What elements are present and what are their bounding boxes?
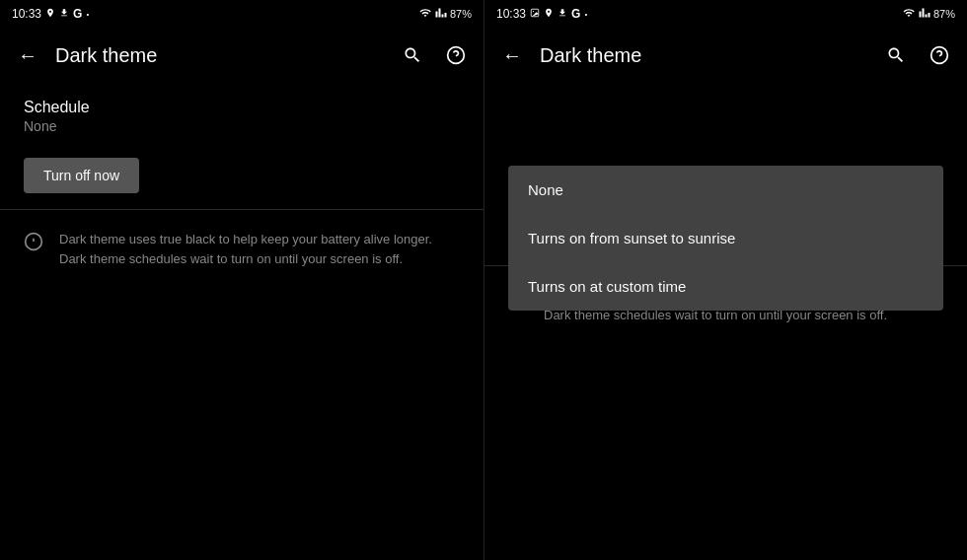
dropdown-item-sunset[interactable]: Turns on from sunset to sunrise (508, 214, 943, 262)
schedule-setting[interactable]: Schedule None (0, 83, 484, 150)
help-button-left[interactable] (436, 35, 476, 75)
search-button-right[interactable] (876, 35, 916, 75)
page-title-right: Dark theme (540, 44, 876, 67)
signal-icon-left (435, 5, 447, 23)
image-icon-right (530, 7, 540, 21)
schedule-value: None (24, 118, 460, 134)
status-bar-right: 10:33 G • 87% (484, 0, 967, 28)
app-bar-actions-right (876, 35, 959, 75)
panel-left: 10:33 G • 87% ← Dark theme (0, 0, 484, 560)
info-text-left: Dark theme uses true black to help keep … (59, 230, 460, 268)
panel-right: 10:33 G • 87% ← Dark theme (484, 0, 967, 560)
download-icon-left (59, 7, 69, 21)
g-icon-left: G (73, 7, 82, 21)
info-section-left: Dark theme uses true black to help keep … (0, 210, 484, 288)
svg-point-6 (533, 11, 534, 12)
help-button-right[interactable] (920, 35, 959, 75)
time-right: 10:33 (496, 7, 526, 21)
schedule-dropdown[interactable]: None Turns on from sunset to sunrise Tur… (508, 166, 943, 311)
schedule-label: Schedule (24, 99, 460, 116)
time-left: 10:33 (12, 7, 41, 21)
dot-icon-left: • (86, 10, 89, 19)
wifi-icon-left (418, 5, 432, 23)
dropdown-item-none[interactable]: None (508, 166, 943, 214)
app-bar-right: ← Dark theme (484, 28, 967, 83)
location-icon-right (544, 7, 554, 21)
location-icon-left (45, 7, 55, 21)
info-icon-left (24, 232, 43, 256)
wifi-icon-right (902, 5, 916, 23)
signal-icon-right (919, 5, 930, 23)
g-icon-right: G (571, 7, 580, 21)
battery-right: 87% (933, 8, 955, 20)
search-button-left[interactable] (393, 35, 432, 75)
dot-icon-right: • (584, 10, 587, 19)
content-right: None Turns on from sunset to sunrise Tur… (484, 83, 967, 560)
content-left: Schedule None Turn off now Dark theme us… (0, 83, 484, 560)
app-bar-left: ← Dark theme (0, 28, 484, 83)
dropdown-item-custom[interactable]: Turns on at custom time (508, 262, 943, 311)
page-title-left: Dark theme (55, 44, 393, 67)
back-button-left[interactable]: ← (8, 35, 47, 75)
app-bar-actions-left (393, 35, 476, 75)
download-icon-right (558, 7, 567, 21)
status-bar-left: 10:33 G • 87% (0, 0, 484, 28)
turn-off-button[interactable]: Turn off now (24, 158, 139, 193)
back-button-right[interactable]: ← (492, 35, 532, 75)
battery-left: 87% (450, 8, 472, 20)
